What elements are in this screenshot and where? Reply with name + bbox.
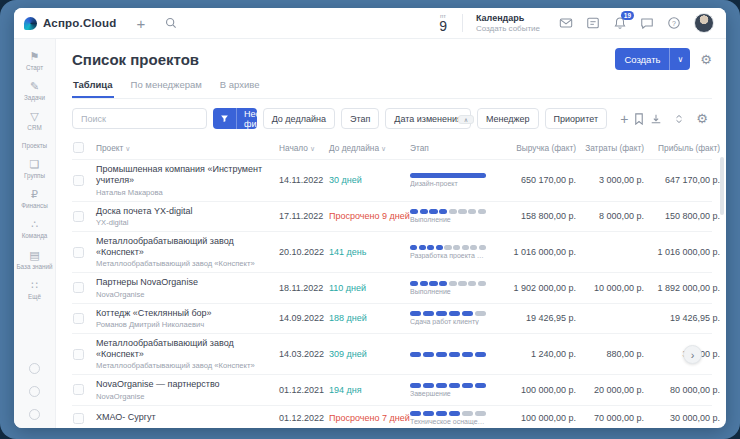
project-cell: Доска почета YX-digitalYX-digital xyxy=(96,206,279,227)
row-checkbox[interactable] xyxy=(73,247,84,258)
help-icon[interactable]: ? xyxy=(667,16,681,30)
project-name[interactable]: Металлообрабатывающий завод «Конспект» xyxy=(96,338,279,361)
sidebar-item-groups[interactable]: ❏Группы xyxy=(16,154,52,184)
sidebar-footer-icon-3[interactable] xyxy=(29,409,40,420)
sidebar-item-team[interactable]: ∴Команда xyxy=(16,214,52,244)
bookmark-icon[interactable] xyxy=(634,113,644,125)
tab-В архиве[interactable]: В архиве xyxy=(219,75,261,98)
active-filter-chip[interactable]: Несохраненный фильтр × xyxy=(213,108,257,129)
start-date: 17.11.2022 xyxy=(279,211,329,221)
page-settings-gear-icon[interactable]: ⚙ xyxy=(700,52,712,67)
user-avatar[interactable] xyxy=(694,13,714,33)
table-row[interactable]: Металлообрабатывающий завод «Конспект»Ме… xyxy=(72,231,712,273)
vertical-scrollbar[interactable] xyxy=(720,157,724,215)
create-button[interactable]: Создать ∨ xyxy=(615,48,690,70)
sidebar-item-label: CRM xyxy=(16,124,52,131)
add-filter-button[interactable]: + xyxy=(620,111,628,127)
sidebar-item-label: Ещё xyxy=(16,293,52,300)
stage-segment xyxy=(410,209,418,214)
table-row[interactable]: Промышленная компания «Инструмент учител… xyxy=(72,159,712,201)
table-settings-gear-icon[interactable]: ⚙ xyxy=(696,111,708,126)
deadline-cell: 309 дней xyxy=(329,349,410,359)
stage-segment xyxy=(419,245,426,250)
stage-segment xyxy=(475,311,486,316)
stage-segment xyxy=(468,209,476,214)
tab-Таблица[interactable]: Таблица xyxy=(72,75,114,98)
table-row[interactable]: Металлообрабатывающий завод «Конспект»Ме… xyxy=(72,333,712,375)
stage-label: Разработка проекта 1 в... xyxy=(410,252,486,259)
knowledge-base-icon: ▤ xyxy=(16,249,52,262)
sort-caret-icon: ∨ xyxy=(310,145,315,152)
row-checkbox[interactable] xyxy=(73,349,84,360)
mail-icon[interactable] xyxy=(559,16,573,30)
project-name[interactable]: Промышленная компания «Инструмент учител… xyxy=(96,164,279,187)
project-name[interactable]: Металлообрабатывающий завод «Конспект» xyxy=(96,236,279,259)
sidebar-item-more[interactable]: ∷Ещё xyxy=(16,275,52,305)
stage-segment xyxy=(420,209,428,214)
sidebar-item-knowledge-base[interactable]: ▤База знаний xyxy=(16,245,52,275)
stage-progress-bar xyxy=(410,245,486,250)
global-search-icon[interactable] xyxy=(165,17,177,29)
notifications-bell-icon[interactable]: 19 xyxy=(613,16,627,30)
table-row[interactable]: ХМАО- Сургут01.12.2022Просрочено 7 днейТ… xyxy=(72,405,712,429)
sidebar-item-label: База знаний xyxy=(16,263,52,270)
sidebar-item-projects[interactable]: Проекты xyxy=(16,137,52,154)
search-input[interactable] xyxy=(72,108,207,129)
column-header[interactable]: Начало∨ xyxy=(279,143,329,153)
revenue-cell: 19 426,95 р. xyxy=(498,313,576,323)
project-name[interactable]: Партнеры NovaOrganise xyxy=(96,277,279,288)
column-header: Прибыль (факт) xyxy=(644,143,720,153)
sidebar-footer-icon-2[interactable] xyxy=(29,386,40,397)
sidebar-item-finance[interactable]: ₽Финансы xyxy=(16,184,52,214)
row-checkbox[interactable] xyxy=(73,211,84,222)
quick-add-button[interactable]: + xyxy=(137,16,146,31)
project-name[interactable]: Доска почета YX-digital xyxy=(96,206,279,217)
select-all-checkbox[interactable] xyxy=(73,142,84,153)
create-event-link[interactable]: Создать событие xyxy=(476,24,540,34)
project-name[interactable]: NovaOrganise — партнерство xyxy=(96,379,279,390)
table-row[interactable]: NovaOrganise — партнерствоNovaOrganise01… xyxy=(72,374,712,404)
stage-cell: Дизайн-проект xyxy=(410,173,498,187)
table-row[interactable]: Доска почета YX-digitalYX-digital17.11.2… xyxy=(72,201,712,231)
stage-segment xyxy=(449,383,460,388)
sidebar-item-tasks[interactable]: ✎Задачи xyxy=(16,76,52,106)
row-checkbox[interactable] xyxy=(73,282,84,293)
costs-cell: 10 000,00 р. xyxy=(576,283,644,293)
sort-caret-icon: ∨ xyxy=(381,145,386,152)
deadline-cell: 30 дней xyxy=(329,175,410,185)
panel-collapse-handle[interactable]: ∧ xyxy=(458,115,474,124)
stage-segment xyxy=(462,411,473,416)
sidebar-item-crm[interactable]: ▽CRM xyxy=(16,106,52,136)
stage-segment xyxy=(439,209,447,214)
row-checkbox[interactable] xyxy=(73,313,84,324)
tab-По менеджерам[interactable]: По менеджерам xyxy=(130,75,203,98)
calendar-widget[interactable]: Календарь Создать событие xyxy=(476,13,540,33)
chat-icon[interactable] xyxy=(640,16,654,30)
row-checkbox[interactable] xyxy=(73,413,84,424)
create-button-label[interactable]: Создать xyxy=(615,54,669,65)
sidebar-item-start[interactable]: ⚑Старт xyxy=(16,46,52,76)
notes-icon[interactable] xyxy=(586,16,600,30)
row-checkbox[interactable] xyxy=(73,384,84,395)
filter-button[interactable]: До дедлайна xyxy=(263,108,335,129)
top-bar: Аспро.Cloud + пт 9 Календарь Создать соб… xyxy=(14,8,726,39)
project-name[interactable]: ХМАО- Сургут xyxy=(96,412,279,423)
column-header[interactable]: До дедлайна∨ xyxy=(329,143,410,153)
row-checkbox[interactable] xyxy=(73,175,84,186)
filter-button[interactable]: Этап xyxy=(341,108,379,129)
collapse-rows-icon[interactable] xyxy=(674,113,684,125)
sidebar-item-label: Финансы xyxy=(16,202,52,209)
topbar-divider xyxy=(462,14,463,32)
scroll-right-button[interactable]: › xyxy=(683,345,702,364)
table-row[interactable]: Партнеры NovaOrganiseNovaOrganise18.11.2… xyxy=(72,272,712,302)
filter-button[interactable]: Менеджер xyxy=(477,108,539,129)
costs-cell: 3 000,00 р. xyxy=(576,175,644,185)
project-name[interactable]: Коттедж «Стеклянный бор» xyxy=(96,308,279,319)
export-download-icon[interactable] xyxy=(650,113,662,125)
sidebar-footer-icon-1[interactable] xyxy=(29,363,40,374)
create-dropdown-caret-icon[interactable]: ∨ xyxy=(670,55,690,64)
table-row[interactable]: Коттедж «Стеклянный бор»Романов Дмитрий … xyxy=(72,303,712,333)
filter-button[interactable]: Приоритет xyxy=(545,108,607,129)
calendar-date[interactable]: пт 9 xyxy=(439,13,447,33)
column-header[interactable]: Проект∨ xyxy=(96,143,279,153)
